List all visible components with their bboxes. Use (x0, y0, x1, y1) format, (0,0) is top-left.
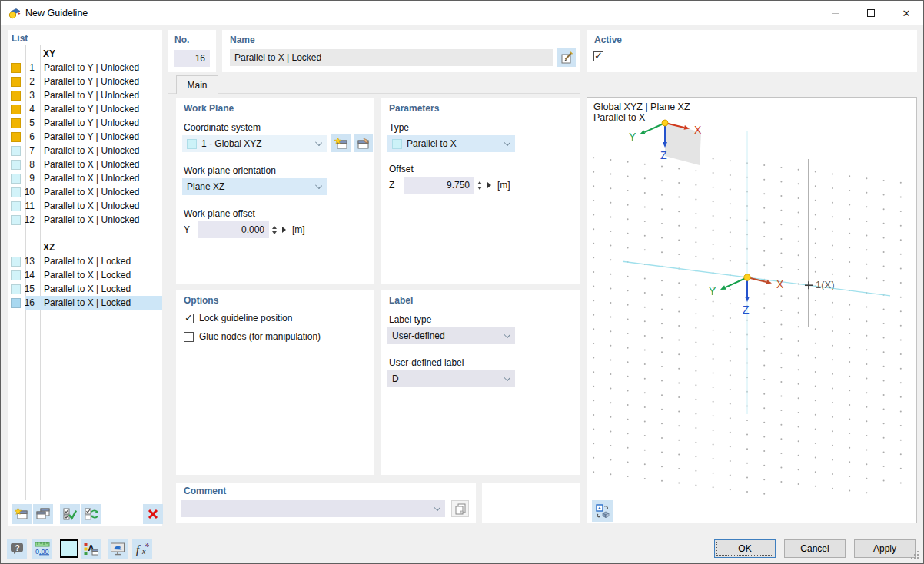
copy-guideline-button[interactable] (33, 504, 53, 524)
preview-panel[interactable]: Global XYZ | Plane XZ Parallel to X 1(X)… (587, 97, 917, 523)
guideline-color-button[interactable] (60, 539, 78, 558)
formula-flyout-icon[interactable] (282, 227, 286, 233)
options-section: Options Lock guideline position Glue nod… (176, 290, 374, 475)
work-plane-orientation-select[interactable]: Plane XZ (182, 178, 327, 195)
name-section: Name Parallel to X | Locked (222, 30, 580, 72)
svg-text:X: X (694, 124, 702, 136)
svg-text:Y: Y (629, 131, 636, 143)
list-item[interactable]: 13Parallel to X | Locked (8, 254, 162, 268)
help-button[interactable]: ? (7, 539, 27, 559)
list-item[interactable]: 6Parallel to Y | Unlocked (8, 130, 162, 144)
list-item-number: 5 (21, 118, 38, 128)
list-item-number: 6 (21, 131, 38, 142)
guideline-number-field: 16 (174, 50, 210, 67)
apply-button[interactable]: Apply (854, 539, 916, 558)
chevron-down-icon (434, 504, 440, 511)
spin-down-icon (477, 187, 482, 190)
new-coordinate-system-button[interactable] (331, 134, 351, 152)
select-all-button[interactable] (60, 504, 80, 524)
list-item[interactable]: 9Parallel to X | Unlocked (8, 171, 162, 185)
chevron-down-icon (315, 182, 322, 189)
new-guideline-button[interactable] (12, 504, 32, 524)
guideline-type-select[interactable]: Parallel to X (387, 135, 515, 152)
spinner-buttons[interactable] (272, 226, 277, 234)
invert-selection-icon (85, 508, 98, 520)
offset-label: Offset (389, 164, 414, 174)
work-plane-offset-row: Y 0.000 [m] (184, 221, 305, 238)
list-item[interactable]: 10Parallel to X | Unlocked (8, 185, 162, 199)
formula-flyout-icon[interactable] (487, 182, 491, 188)
spin-down-icon (272, 231, 277, 234)
list-item[interactable]: 11Parallel to X | Unlocked (8, 199, 162, 213)
formula-button[interactable]: f x (132, 539, 152, 559)
config-button[interactable] (108, 539, 128, 559)
lock-guideline-checkbox[interactable]: Lock guideline position (184, 313, 292, 323)
axis-label: Y (184, 224, 198, 235)
offset-z-input[interactable]: 9.750 (404, 177, 474, 194)
list-item[interactable]: 5Parallel to Y | Unlocked (8, 116, 162, 130)
guideline-color-swatch (11, 118, 21, 128)
svg-text:1(X): 1(X) (816, 279, 835, 290)
list-item-number: 9 (21, 173, 38, 184)
svg-text:?: ? (15, 544, 19, 552)
label-section: Label Label type User-defined User-defin… (381, 290, 580, 475)
minimize-button[interactable] (818, 1, 853, 25)
name-input[interactable]: Parallel to X | Locked (230, 49, 553, 66)
resize-grip[interactable] (911, 551, 912, 552)
close-button[interactable]: ✕ (889, 1, 924, 25)
list-item[interactable]: 7Parallel to X | Unlocked (8, 144, 162, 158)
list-item[interactable]: 14Parallel to X | Locked (8, 268, 162, 282)
list-item-number: 7 (21, 145, 38, 156)
label-type-value: User-defined (392, 330, 445, 341)
list-item[interactable]: 8Parallel to X | Unlocked (8, 158, 162, 171)
preview-header-line1: Global XYZ | Plane XZ (593, 101, 690, 112)
edit-coordinate-system-button[interactable] (354, 134, 373, 152)
work-plane-offset-input[interactable]: 0.000 (198, 221, 269, 238)
display-properties-icon: A (84, 542, 98, 556)
spin-up-icon (477, 181, 482, 184)
ok-button[interactable]: OK (714, 539, 776, 558)
cancel-button[interactable]: Cancel (784, 539, 846, 558)
delete-guideline-button[interactable] (143, 504, 163, 524)
comment-copy-button[interactable] (451, 500, 469, 517)
list-item[interactable]: 4Parallel to Y | Unlocked (8, 102, 162, 116)
list-item-number: 4 (21, 104, 38, 114)
list-item[interactable]: 2Parallel to Y | Unlocked (8, 75, 162, 88)
list-item-label: Parallel to X | Unlocked (38, 173, 140, 184)
edit-name-button[interactable] (557, 48, 576, 67)
list-item-label: Parallel to X | Locked (38, 297, 131, 308)
guideline-color-swatch (11, 105, 21, 114)
active-checkbox[interactable] (593, 51, 609, 61)
units-button[interactable]: 0,00 (32, 539, 52, 559)
label-type-select[interactable]: User-defined (387, 327, 515, 344)
spacer-box (482, 483, 580, 523)
chevron-down-icon (504, 139, 510, 146)
list-item[interactable]: 15Parallel to X | Locked (8, 282, 162, 296)
coordinate-system-select[interactable]: 1 - Global XYZ (182, 135, 327, 152)
glue-nodes-checkbox[interactable]: Glue nodes (for manipulation) (184, 331, 321, 342)
comment-section: Comment (176, 483, 476, 523)
new-window-icon (334, 138, 348, 150)
tab-strip-line (168, 93, 580, 94)
view-mode-button[interactable] (592, 500, 613, 522)
guideline-color-swatch (11, 257, 21, 267)
spinner-buttons[interactable] (477, 181, 482, 190)
tab-main[interactable]: Main (176, 75, 218, 94)
comment-title: Comment (184, 486, 226, 496)
display-properties-button[interactable]: A (81, 539, 101, 559)
comment-input[interactable] (181, 500, 445, 517)
user-defined-label-value: D (392, 373, 399, 384)
invert-selection-button[interactable] (81, 504, 101, 524)
user-defined-label-select[interactable]: D (387, 370, 515, 387)
list-item-label: Parallel to X | Locked (38, 270, 131, 280)
list-item[interactable]: 3Parallel to Y | Unlocked (8, 88, 162, 102)
guideline-color-swatch (11, 91, 21, 101)
maximize-button[interactable] (853, 1, 889, 25)
list-item[interactable]: 1Parallel to Y | Unlocked (8, 61, 162, 75)
list-item[interactable]: 12Parallel to X | Unlocked (8, 213, 162, 227)
list-item[interactable]: 16Parallel to X | Locked (8, 296, 162, 310)
list-item-label: Parallel to X | Locked (38, 256, 131, 267)
guideline-color-swatch (11, 298, 21, 308)
list-group-header: XZ (8, 241, 162, 254)
chevron-down-icon (504, 331, 510, 338)
